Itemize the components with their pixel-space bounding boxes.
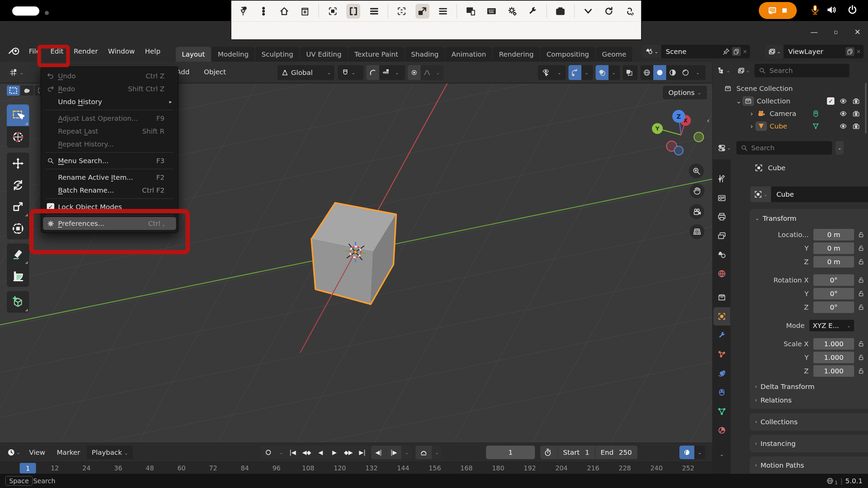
tab-object[interactable] [713,307,730,326]
outliner-scrollbar[interactable] [865,83,867,134]
menu-help[interactable]: Help [140,44,166,58]
xray-toggle[interactable] [623,65,638,80]
pushpin-icon[interactable] [722,48,730,55]
transform-panel-header[interactable]: ⌄ Transform [750,213,868,227]
tab-rendering[interactable]: Rendering [493,47,540,62]
start-frame-field[interactable]: Start1 [558,446,595,459]
tab-output[interactable] [713,208,730,226]
jump-first-button[interactable]: |◀ [286,446,300,459]
home-icon[interactable] [277,4,291,19]
tab-compositing[interactable]: Compositing [540,47,595,62]
sphere-solid-icon[interactable] [653,65,666,80]
lock-open-icon[interactable] [854,340,868,348]
grid-ortho-icon[interactable] [690,224,705,239]
tab-viewlayer[interactable] [713,227,730,245]
globe-icon[interactable] [640,65,653,80]
timeline-menu-view[interactable]: View [24,446,50,459]
timeline-menu-marker[interactable]: Marker [52,446,85,459]
object-type-dropdown[interactable]: ⌄ [750,187,771,202]
frame-prev-button[interactable]: ◀ [314,446,327,459]
menu-item-rename-active-item[interactable]: Rename Active Item...F2 [43,171,176,184]
menu-item-undo-history[interactable]: Undo History▸ [43,95,176,108]
lock-open-icon[interactable] [854,290,868,298]
key-next-button[interactable]: ◆▶ [342,446,355,459]
value-field[interactable]: 1.000 [813,338,854,350]
scene-selector[interactable]: ⌄ Scene ✕ [642,45,750,58]
cursor-tool[interactable] [7,126,29,148]
camera-restrict-icon[interactable] [852,97,860,105]
hand-icon[interactable] [690,183,705,198]
tab-layout[interactable]: Layout [176,47,211,62]
camera-restrict-icon[interactable] [852,110,860,117]
lock-open-icon[interactable] [854,258,868,266]
end-frame-field[interactable]: End250 [595,446,637,459]
tab-geome[interactable]: Geome [596,47,633,62]
proportional-editing-group[interactable]: ⌄ [366,65,405,80]
select-box-tool[interactable] [7,104,29,126]
eye-icon[interactable] [839,97,847,105]
devices-icon[interactable] [464,4,478,19]
maximize-button[interactable]: ▫ [828,25,843,39]
tab-particles[interactable] [713,345,730,364]
jump-last-button[interactable]: ▶| [355,446,369,459]
overlays-toggle[interactable]: ⌄ [596,65,620,80]
brackets-icon[interactable] [346,4,360,19]
panel-collections[interactable]: ›Collections [750,413,868,431]
move-tool[interactable] [7,153,29,174]
viewlayer-selector[interactable]: ⌄ ViewLayer ✕ [765,45,864,58]
tab-modifiers[interactable] [713,326,730,345]
value-field[interactable]: 1.000 [813,352,854,363]
outliner-row-cube[interactable]: ›Cube [713,120,864,132]
eye-icon[interactable] [839,110,847,117]
power-icon[interactable] [847,5,857,15]
measure-tool[interactable] [7,265,29,287]
properties-tabs-scroll-down[interactable]: ⌄ [713,445,730,463]
scene-sync-toggle[interactable]: ⌄ [679,446,705,459]
lines-icon[interactable] [436,4,450,19]
outliner-row-camera[interactable]: ›Camera [713,107,864,120]
keyboard-icon[interactable] [484,4,498,19]
sphere-render-icon[interactable] [679,65,692,80]
add-cube-tool[interactable] [7,291,29,313]
close-x-icon[interactable]: ✕ [856,48,861,55]
frame-back-button[interactable]: ◀| [371,446,386,459]
copy-icon[interactable] [846,47,854,56]
current-frame-field[interactable]: 1 [486,446,535,459]
expand-icon[interactable] [416,4,429,19]
delta-transform-panel[interactable]: ›Delta Transform [750,377,868,391]
autokey-group[interactable]: ⌄ [416,446,442,459]
tab-scene[interactable] [713,246,730,264]
fit-vertical-icon[interactable] [395,4,409,19]
visibility-dropdown[interactable]: ⌄ [538,65,566,80]
blender-logo-icon[interactable] [8,46,20,56]
lock-open-icon[interactable] [854,353,868,362]
camera-photo-icon[interactable] [554,4,567,19]
timeline-ruler[interactable]: 1 12243648607284961081201321441561681801… [0,462,712,474]
menu-item-preferences[interactable]: Preferences...Ctrl , [43,217,176,230]
minimize-button[interactable]: — [807,25,822,39]
play-button[interactable]: ▶ [328,446,341,459]
tab-world[interactable] [713,265,730,283]
zoom-icon[interactable] [689,163,704,178]
sphere-mat-icon[interactable] [666,65,679,80]
copy-icon[interactable] [732,47,741,56]
value-field[interactable]: 0 m [813,242,854,254]
camera-restrict-icon[interactable] [852,122,860,130]
orientation-dropdown[interactable]: Global⌄ [277,65,334,80]
options-button[interactable]: Options⌄ [663,86,707,99]
menu-item-menu-search[interactable]: Menu Search...F3 [43,154,176,167]
eye-icon[interactable] [839,122,847,130]
tab-tool[interactable] [713,170,730,188]
wrench-icon[interactable] [526,4,540,19]
thick-lines-icon[interactable] [367,4,381,19]
lock-open-icon[interactable] [854,303,868,311]
tab-physics[interactable] [713,364,730,383]
outliner-row-scene-collection[interactable]: Scene Collection [713,82,864,95]
new-window-icon[interactable] [298,4,312,19]
tab-animation[interactable]: Animation [445,47,492,62]
tab-sculpting[interactable]: Sculpting [255,47,299,62]
gears-icon[interactable] [505,4,519,19]
object-name-field[interactable]: Cube [771,187,868,202]
menu-item-lock-object-modes[interactable]: ✓Lock Object Modes [43,200,176,213]
annotate-tool[interactable] [7,243,29,265]
